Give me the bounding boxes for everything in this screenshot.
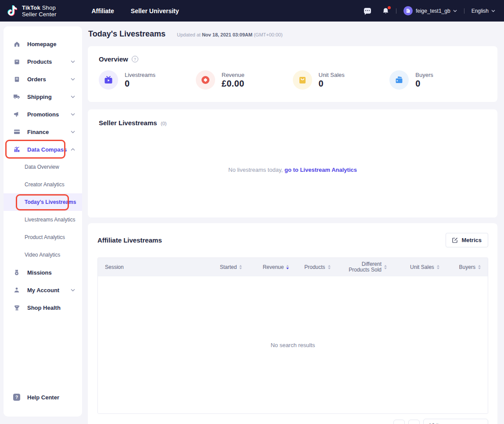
sidebar-subitem-creator-analytics[interactable]: Creator Analytics xyxy=(4,176,82,193)
sidebar-item-homepage[interactable]: Homepage xyxy=(4,35,82,53)
language-label: English xyxy=(472,8,489,14)
sidebar: Homepage Products Orders Shipping Promot… xyxy=(4,26,82,417)
metric-label: Unit Sales xyxy=(319,72,345,78)
topnav-seller-university[interactable]: Seller University xyxy=(131,7,179,14)
affiliate-livestreams-card: Affiliate Livestreams Metrics Session St… xyxy=(88,223,497,424)
subitem-label: Livestreams Analytics xyxy=(25,217,75,223)
column-header-unit-sales[interactable]: Unit Sales xyxy=(387,265,439,270)
subitem-label: Video Analytics xyxy=(25,252,60,258)
subitem-label: Data Overview xyxy=(25,164,59,170)
chevron-down-icon xyxy=(71,130,75,134)
sidebar-item-label: Finance xyxy=(27,129,49,135)
seller-livestreams-count: (0) xyxy=(161,121,166,126)
chevron-down-icon xyxy=(71,78,75,81)
finance-card-icon xyxy=(13,128,20,135)
avatar xyxy=(403,6,413,15)
sidebar-item-missions[interactable]: Missions xyxy=(4,264,82,281)
sidebar-subitem-video-analytics[interactable]: Video Analytics xyxy=(4,246,82,264)
sidebar-item-label: Promotions xyxy=(27,111,59,118)
logo-brand: TikTok xyxy=(22,4,40,11)
metric-livestreams: Livestreams 0 xyxy=(99,70,196,90)
chevron-down-icon xyxy=(71,95,75,98)
column-header-different-products-sold[interactable]: Different Products Sold xyxy=(331,261,387,273)
chevron-down-icon xyxy=(453,10,457,12)
topnav-affiliate[interactable]: Affiliate xyxy=(91,7,114,14)
buyers-wallet-icon xyxy=(389,70,409,90)
sidebar-item-shipping[interactable]: Shipping xyxy=(4,88,82,105)
metric-value: £0.00 xyxy=(222,79,245,89)
subitem-label: Creator Analytics xyxy=(25,181,65,188)
sidebar-item-data-compass[interactable]: Data Compass xyxy=(4,141,82,158)
sidebar-subitem-todays-livestreams[interactable]: Today's Livestreams xyxy=(4,193,82,211)
metric-label: Buyers xyxy=(415,72,433,78)
sidebar-item-label: My Account xyxy=(27,287,59,294)
topnav: Affiliate Seller University xyxy=(91,7,179,14)
metric-buyers: Buyers 0 xyxy=(389,70,486,90)
page-size-select[interactable]: 10 items per page xyxy=(423,419,488,424)
table-empty-state: No search results xyxy=(98,276,488,413)
updated-prefix: Updated at xyxy=(177,32,201,37)
updated-timestamp: Updated at Nov 18, 2021 03:09AM (GMT+00:… xyxy=(177,32,283,37)
prev-page-button[interactable]: ‹ xyxy=(393,420,405,424)
topbar-divider xyxy=(396,8,396,14)
sidebar-subitem-data-overview[interactable]: Data Overview xyxy=(4,158,82,176)
metric-value: 0 xyxy=(415,79,433,89)
sidebar-item-label: Data Compass xyxy=(27,146,67,153)
column-header-started[interactable]: Started xyxy=(195,265,242,270)
metrics-button[interactable]: Metrics xyxy=(446,233,488,247)
revenue-coin-icon xyxy=(196,70,215,90)
no-search-results-text: No search results xyxy=(270,342,315,348)
sidebar-item-my-account[interactable]: My Account xyxy=(4,281,82,299)
pagination: ‹ › 10 items per page xyxy=(97,419,488,424)
sidebar-item-help-center[interactable]: ? Help Center xyxy=(4,388,82,406)
subitem-label: Today's Livestreams xyxy=(25,199,76,205)
sidebar-item-label: Orders xyxy=(27,76,46,83)
logo-text: TikTok Shop Seller Center xyxy=(22,4,56,18)
medal-icon xyxy=(13,269,20,276)
sidebar-item-label: Shop Health xyxy=(27,304,61,311)
overview-card: Overview ? Livestreams 0 Revenue £0.00 xyxy=(88,46,497,102)
sidebar-item-label: Products xyxy=(27,58,52,65)
language-selector[interactable]: English xyxy=(472,8,495,14)
bell-icon[interactable] xyxy=(382,7,389,14)
edit-icon xyxy=(452,237,458,243)
sidebar-item-shop-health[interactable]: Shop Health xyxy=(4,299,82,316)
metric-label: Revenue xyxy=(222,72,245,78)
column-header-products[interactable]: Products xyxy=(289,265,330,270)
tiktok-shop-logo[interactable]: TikTok Shop Seller Center xyxy=(6,4,56,18)
logo-brand-suffix: Shop xyxy=(40,4,56,11)
metric-label: Livestreams xyxy=(125,72,155,78)
logo-line2: Seller Center xyxy=(22,11,56,18)
overview-title: Overview xyxy=(99,55,128,63)
sidebar-item-promotions[interactable]: Promotions xyxy=(4,105,82,123)
metric-unit-sales: Unit Sales 0 xyxy=(293,70,390,90)
sidebar-item-finance[interactable]: Finance xyxy=(4,123,82,141)
metric-value: 0 xyxy=(319,79,345,89)
seller-livestreams-title: Seller Livestreams xyxy=(99,119,157,127)
unit-sales-bag-icon xyxy=(293,70,312,90)
page-header: Today's Livestreams Updated at Nov 18, 2… xyxy=(88,29,497,39)
go-to-livestream-analytics-link[interactable]: go to Livestream Analytics xyxy=(284,167,357,173)
bar-chart-icon xyxy=(13,146,20,153)
topbar-divider xyxy=(464,8,464,14)
column-header-session: Session xyxy=(105,265,195,270)
chat-icon[interactable] xyxy=(364,8,371,14)
user-menu[interactable]: feige_test1_gb xyxy=(403,6,457,15)
help-tooltip-icon[interactable]: ? xyxy=(132,56,138,62)
seller-livestreams-empty-state: No livestreams today,go to Livestream An… xyxy=(88,167,497,173)
metric-revenue: Revenue £0.00 xyxy=(196,70,293,90)
livestream-tv-icon xyxy=(99,70,118,90)
next-page-button[interactable]: › xyxy=(408,420,420,424)
sidebar-item-products[interactable]: Products xyxy=(4,53,82,70)
sidebar-item-label: Help Center xyxy=(27,394,59,401)
sidebar-subitem-livestreams-analytics[interactable]: Livestreams Analytics xyxy=(4,211,82,228)
sidebar-item-orders[interactable]: Orders xyxy=(4,70,82,88)
empty-text: No livestreams today, xyxy=(228,167,283,173)
sidebar-item-label: Missions xyxy=(27,269,52,276)
column-header-buyers[interactable]: Buyers xyxy=(439,265,481,270)
affiliate-livestreams-table: Session Started Revenue Products Differe… xyxy=(97,257,488,414)
chevron-down-icon xyxy=(71,60,75,63)
column-header-revenue[interactable]: Revenue xyxy=(242,265,289,270)
megaphone-icon xyxy=(13,111,20,118)
sidebar-subitem-product-analytics[interactable]: Product Analytics xyxy=(4,228,82,246)
